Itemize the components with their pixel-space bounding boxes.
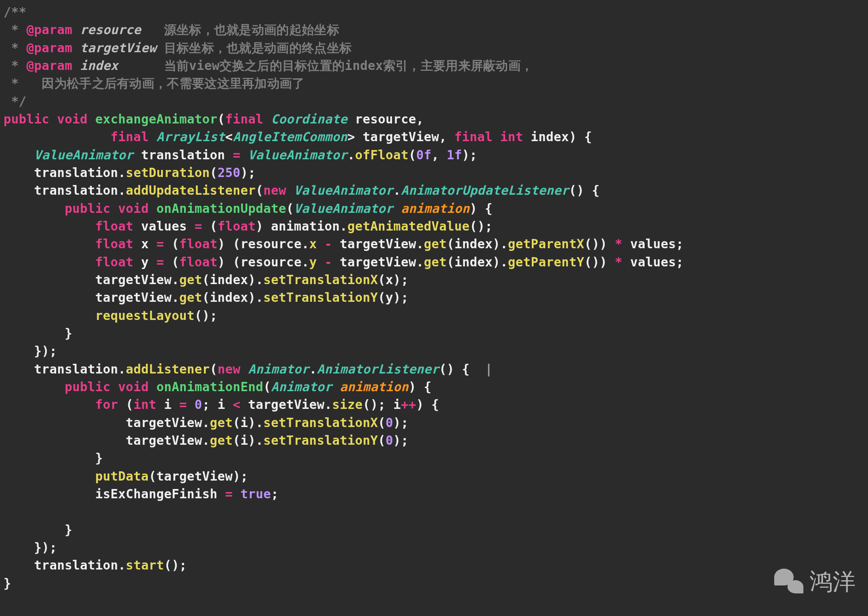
method-size: size [332,397,363,412]
keyword-float: float [218,219,256,234]
param-animation: animation [340,380,408,394]
keyword-void: void [57,112,88,127]
keyword-int: int [134,397,157,412]
var-targetview: targetView [126,433,202,448]
javadoc-line: * [4,58,27,73]
var-targetview: targetView [95,290,172,305]
method-get: get [179,273,202,287]
var-y: y [141,255,149,270]
arg-targetview: targetView [156,469,233,484]
method-getanimatedvalue: getAnimatedValue [347,219,469,234]
type-animator: Animator [271,380,332,394]
keyword-float: float [95,237,133,251]
keyword-float: float [95,219,133,234]
method-get: get [424,237,447,251]
method-requestlayout: requestLayout [95,308,195,323]
keyword-void: void [118,201,149,216]
var-targetview: targetView [126,416,202,430]
keyword-public: public [4,112,50,127]
method-addlistener: addListener [126,362,210,377]
keyword-float: float [179,237,217,251]
var-translation: translation [34,183,118,198]
param-animation: animation [401,201,469,216]
param-targetview: targetView [363,130,439,144]
code-editor[interactable]: /** * @param resource 源坐标，也就是动画的起始坐标 * @… [0,0,868,593]
javadoc-line: * 因为松手之后有动画，不需要这这里再加动画了 [4,76,305,91]
var-targetview: targetView [340,255,416,270]
type-arraylist: ArrayList [156,130,225,144]
var-index: index [210,273,248,287]
method-get: get [210,433,233,448]
var-resource: resource [241,237,302,251]
keyword-int: int [500,130,523,144]
method-get: get [210,416,233,430]
keyword-for: for [95,397,118,412]
var-targetview: targetView [248,397,325,412]
param-tag: @param [27,58,73,73]
method-start: start [126,558,164,573]
var-values: values [141,219,187,234]
method-get: get [179,290,202,305]
wechat-icon [774,569,805,595]
javadoc-open: /** [4,5,27,19]
arg-x: x [386,273,393,287]
keyword-void: void [118,380,149,394]
var-x: x [141,237,149,251]
var-resource: resource [241,255,302,270]
keyword-public: public [65,201,111,216]
type-valueanimator: ValueAnimator [294,183,393,198]
method-settranslationx: setTranslationX [263,416,378,430]
param-name: resource [72,23,164,37]
var-i: i [240,416,248,430]
method-get: get [424,255,447,270]
keyword-public: public [65,380,111,394]
var-translation: translation [34,362,118,377]
param-desc: 源坐标，也就是动画的起始坐标 [164,23,339,37]
type-animatorupdatelistener: AnimatorUpdateListener [401,183,569,198]
javadoc-line: * [4,41,27,55]
var-values: values [630,255,676,270]
var-index: index [210,290,248,305]
type-valueanimator: ValueAnimator [34,148,134,162]
watermark-text: 鸿洋 [810,566,856,597]
param-tag: @param [27,41,73,55]
arg-y: y [386,290,393,305]
method-settranslationy: setTranslationY [263,290,378,305]
var-index: index [454,237,492,251]
keyword-final: final [454,130,492,144]
text-cursor: | [485,362,492,377]
method-getparenty: getParentY [508,255,584,270]
javadoc-close: */ [4,94,27,109]
keyword-new: new [218,362,241,377]
field-y: y [309,255,317,270]
param-index: index [531,130,569,144]
param-desc: 当前view交换之后的目标位置的index索引，主要用来屏蔽动画， [164,58,534,73]
method-settranslationy: setTranslationY [263,433,378,448]
var-animation: animation [271,219,340,234]
param-desc: 目标坐标，也就是动画的终点坐标 [164,41,352,55]
var-translation: translation [34,558,118,573]
var-targetview: targetView [340,237,416,251]
keyword-float: float [179,255,217,270]
keyword-float: float [95,255,133,270]
method-addupdatelistener: addUpdateListener [126,183,256,198]
keyword-new: new [263,183,286,198]
type-angleitemcommon: AngleItemCommon [233,130,347,144]
literal-0: 0 [386,433,393,448]
literal-0: 0 [195,397,202,412]
method-def-onanimationend: onAnimationEnd [156,380,263,394]
literal-true: true [240,487,271,501]
var-isexchangefinish: isExChangeFinish [95,487,217,501]
var-translation: translation [141,148,225,162]
type-valueanimator: ValueAnimator [294,201,393,216]
type-coordinate: Coordinate [271,112,348,127]
literal-250: 250 [218,166,241,180]
var-i: i [240,433,248,448]
param-tag: @param [27,23,73,37]
keyword-final: final [111,130,149,144]
type-animator: Animator [248,362,309,377]
var-i: i [218,397,225,412]
method-putdata: putData [95,469,149,484]
param-resource: resource [355,112,416,127]
var-index: index [454,255,492,270]
